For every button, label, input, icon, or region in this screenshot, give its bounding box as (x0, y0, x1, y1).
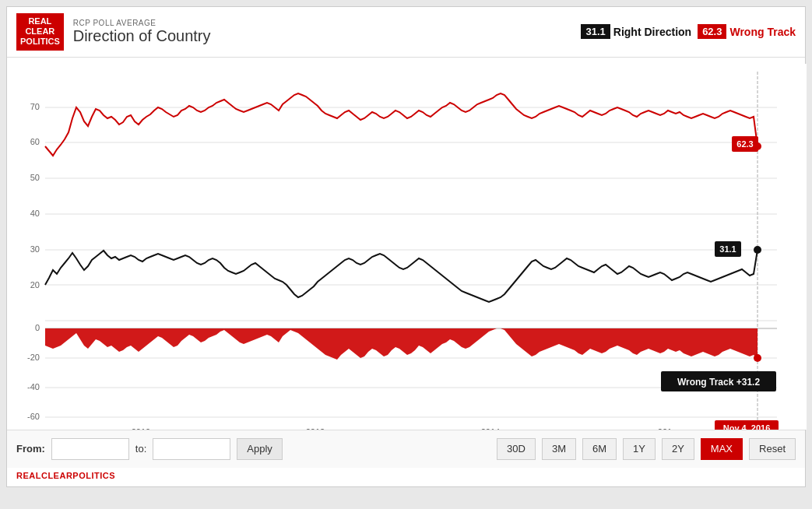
svg-text:Nov 4, 2016: Nov 4, 2016 (723, 423, 771, 430)
svg-text:70: 70 (30, 102, 40, 111)
svg-text:201: 201 (658, 427, 672, 430)
svg-text:2012: 2012 (306, 427, 325, 430)
chart-title: Direction of Country (73, 27, 211, 45)
header-left: REAL CLEAR POLITICS RCP POLL AVERAGE Dir… (16, 13, 210, 51)
from-input[interactable] (51, 438, 129, 460)
btn-6m[interactable]: 6M (582, 438, 617, 460)
chart-controls: From: to: Apply 30D 3M 6M 1Y 2Y MAX Rese… (7, 430, 805, 468)
right-direction-legend: 31.1 Right Direction (581, 24, 691, 39)
svg-text:-60: -60 (27, 412, 40, 421)
wrong-track-label: Wrong Track (729, 26, 796, 38)
svg-text:50: 50 (30, 173, 40, 182)
svg-text:2010: 2010 (132, 427, 150, 430)
page-container: REAL CLEAR POLITICS RCP POLL AVERAGE Dir… (0, 0, 812, 493)
svg-point-32 (754, 142, 761, 150)
rcp-label: RCP POLL AVERAGE (73, 19, 211, 27)
svg-text:20: 20 (30, 280, 40, 290)
svg-text:2014: 2014 (481, 427, 500, 430)
chart-header: REAL CLEAR POLITICS RCP POLL AVERAGE Dir… (7, 7, 805, 58)
btn-2y[interactable]: 2Y (662, 438, 694, 460)
main-chart-svg: 70 60 50 40 30 20 0 -20 -40 -60 (10, 64, 807, 430)
chart-area: 70 60 50 40 30 20 0 -20 -40 -60 (7, 58, 805, 430)
svg-text:-20: -20 (27, 353, 40, 362)
from-label: From: (16, 443, 45, 455)
svg-point-29 (754, 246, 761, 254)
btn-reset[interactable]: Reset (749, 438, 796, 460)
btn-30d[interactable]: 30D (497, 438, 536, 460)
apply-button[interactable]: Apply (237, 438, 283, 460)
wrong-track-value: 62.3 (698, 24, 726, 39)
right-direction-label: Right Direction (613, 26, 691, 38)
svg-text:Wrong Track +31.2: Wrong Track +31.2 (677, 377, 760, 388)
to-input[interactable] (153, 438, 230, 460)
svg-text:-40: -40 (27, 382, 40, 391)
svg-point-36 (754, 354, 761, 362)
svg-text:31.1: 31.1 (719, 244, 736, 254)
btn-1y[interactable]: 1Y (623, 438, 656, 460)
svg-text:0: 0 (35, 323, 40, 332)
svg-text:40: 40 (30, 209, 40, 218)
footer-brand: REALCLEARPOLITICS (7, 468, 805, 486)
svg-text:30: 30 (30, 244, 40, 254)
right-direction-value: 31.1 (581, 24, 610, 39)
to-label: to: (135, 443, 146, 455)
svg-text:60: 60 (30, 137, 40, 146)
title-area: RCP POLL AVERAGE Direction of Country (73, 19, 211, 45)
logo: REAL CLEAR POLITICS (16, 13, 64, 51)
btn-3m[interactable]: 3M (542, 438, 576, 460)
svg-text:62.3: 62.3 (736, 139, 753, 149)
btn-max[interactable]: MAX (701, 438, 743, 460)
chart-card: REAL CLEAR POLITICS RCP POLL AVERAGE Dir… (6, 6, 806, 487)
chart-legend: 31.1 Right Direction 62.3 Wrong Track (581, 24, 796, 39)
wrong-track-legend: 62.3 Wrong Track (698, 24, 796, 39)
